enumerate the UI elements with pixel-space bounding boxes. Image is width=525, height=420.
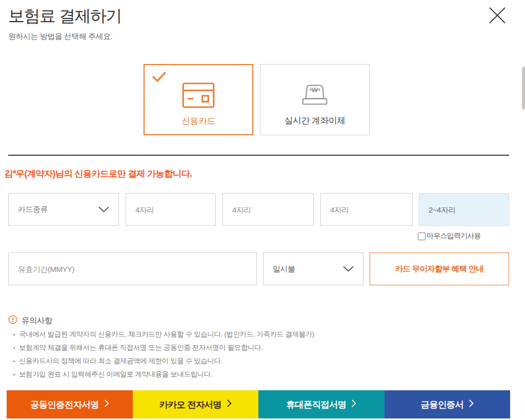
caution-item: 신용카드사의 정책에 따라 최소 결제금액에 제한이 있을 수 있습니다. [13,354,314,368]
card-terminal-icon: ₩ [299,80,331,109]
exclamation-circle-icon [8,315,17,326]
caution-title: 유의사항 [22,316,52,326]
mouse-input-checkbox-row[interactable]: 마우스입력기사용 [418,232,481,241]
modal-subtitle: 원하시는 방법을 선택해 주세요. [8,32,112,41]
scrollbar-thumb[interactable] [522,67,525,110]
mobile-direct-sign-button[interactable]: 휴대폰직접서명 [258,390,385,418]
installment-value: 일시불 [273,264,295,274]
caution-item: 국내에서 발급된 계약자의 신용카드, 체크카드만 사용할 수 있습니다. (법… [13,328,314,341]
caution-heading: 유의사항 [8,315,52,326]
section-divider [8,155,509,156]
interest-free-benefit-button[interactable]: 카드 무이자할부 혜택 안내 [370,253,509,285]
cardholder-notice: 김*우(계약자)님의 신용카드로만 결제 가능합니다. [4,167,192,180]
card-number-1-input[interactable] [126,193,216,226]
kakao-esign-button[interactable]: 카카오 전자서명 [133,390,259,418]
payment-method-label: 실시간 계좌이체 [285,115,346,127]
payment-modal: 보험료 결제하기 원하시는 방법을 선택해 주세요. 신용카드 [0,0,525,420]
payment-method-label: 신용카드 [181,115,215,127]
mouse-input-label: 마우스입력기사용 [427,232,481,241]
card-number-3-input[interactable] [320,193,413,226]
chevron-down-icon [98,205,109,214]
bullet-marker [13,374,15,375]
caution-list: 국내에서 발급된 계약자의 신용카드, 체크카드만 사용할 수 있습니다. (법… [13,328,314,381]
checkmark-icon [152,72,166,85]
page-title: 보험료 결제하기 [8,5,122,28]
financial-cert-button[interactable]: 금융인증서 [385,390,511,418]
card-number-4-secure-input[interactable] [419,193,509,226]
payment-method-bank-transfer[interactable]: ₩ 실시간 계좌이체 [260,64,370,135]
chevron-right-icon [104,399,109,410]
payment-method-group: 신용카드 ₩ 실시간 계좌이체 [144,64,370,135]
close-icon [489,7,506,26]
bullet-marker [13,334,15,335]
bullet-marker [13,347,15,349]
chevron-right-icon [469,399,474,410]
close-button[interactable] [484,3,511,30]
expiry-input[interactable] [8,253,257,285]
card-type-value: 카드종류 [18,205,48,215]
chevron-right-icon [227,399,232,410]
bullet-marker [13,361,15,362]
svg-text:₩: ₩ [312,86,318,94]
credit-card-icon [182,81,215,110]
chevron-down-icon [343,265,354,274]
caution-item: 보험계약 체결을 위해서는 휴대폰 직접서명 또는 공동인증 전자서명이 필요합… [13,341,314,354]
mouse-input-checkbox[interactable] [418,233,426,240]
joint-cert-esign-button[interactable]: 공동인증전자서명 [7,390,133,418]
installment-select[interactable]: 일시불 [263,253,364,285]
card-type-select[interactable]: 카드종류 [8,193,119,226]
card-number-2-input[interactable] [223,193,314,226]
signature-button-row: 공동인증전자서명 카카오 전자서명 휴대폰직접서명 금융인증서 [7,390,510,418]
caution-item: 보험가입 완료 시 입력해주신 이메일로 계약내용을 보내드립니다. [13,368,314,381]
chevron-right-icon [351,399,356,410]
payment-method-credit-card[interactable]: 신용카드 [144,64,253,135]
